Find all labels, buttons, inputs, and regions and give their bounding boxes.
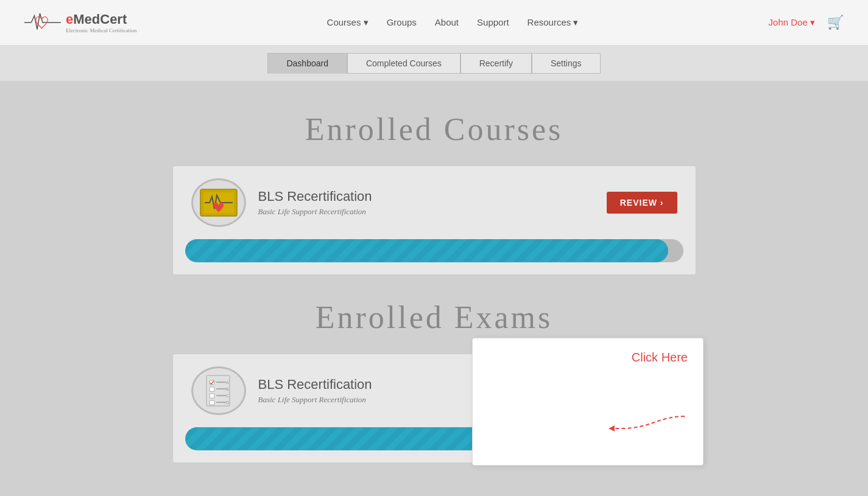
nav-item-support[interactable]: Support [477,17,509,28]
exam-thumbnail: A B C D [191,366,246,415]
exam-subtitle: Basic Life Support Recertification [258,395,372,405]
course-title: BLS Recertification [258,189,372,204]
cart-icon[interactable]: 🛒 [827,15,844,30]
course-progress-bar [185,239,683,262]
course-subtitle: Basic Life Support Recertification [258,207,372,217]
nav-link-about[interactable]: About [435,17,459,27]
dashed-arrow-icon [575,404,697,441]
tab-dashboard[interactable]: Dashboard [267,53,347,74]
nav-links: Courses ▾ Groups About Support Resources… [327,17,579,28]
nav-link-courses[interactable]: Courses ▾ [327,17,369,27]
nav-link-resources[interactable]: Resources ▾ [528,17,579,27]
nav-item-groups[interactable]: Groups [387,17,417,28]
tab-completed-courses[interactable]: Completed Courses [347,53,460,74]
logo-ecg-icon [24,10,61,35]
logo-area: eMedCert Electronic Medical Certificatio… [24,10,136,35]
course-card-bls: BLS Recertification Basic Life Support R… [172,166,696,275]
bls-icon [197,184,240,221]
progress-bar-fill [185,239,668,262]
main-content: Enrolled Courses BLS Recertification [0,81,868,496]
review-button[interactable]: REVIEW › [607,192,677,214]
enrolled-courses-title: Enrolled Courses [24,111,844,147]
exam-icon-area: A B C D BLS Recertification Basic [191,366,372,415]
logo-brand: eMedCert Electronic Medical Certificatio… [66,12,136,33]
svg-text:A: A [226,380,229,385]
course-thumbnail [191,178,246,227]
nav-link-groups[interactable]: Groups [387,17,417,27]
tab-recertify[interactable]: Recertify [460,53,532,74]
tooltip-popup: Click Here [472,338,704,466]
enrolled-exams-title: Enrolled Exams [24,299,844,335]
nav-item-resources[interactable]: Resources ▾ [528,17,579,28]
svg-rect-11 [210,394,214,398]
logo-tagline: Electronic Medical Certification [66,27,136,33]
svg-rect-8 [210,387,214,391]
navbar: eMedCert Electronic Medical Certificatio… [0,0,868,46]
exam-icon-svg: A B C D [202,372,235,409]
svg-text:B: B [226,387,229,391]
course-info: BLS Recertification Basic Life Support R… [258,189,372,217]
sub-nav: Dashboard Completed Courses Recertify Se… [0,46,868,81]
svg-text:C: C [226,394,229,398]
nav-link-support[interactable]: Support [477,17,509,27]
svg-marker-17 [609,425,615,431]
course-card-header: BLS Recertification Basic Life Support R… [173,166,696,239]
svg-text:D: D [226,400,229,405]
nav-item-courses[interactable]: Courses ▾ [327,17,369,28]
exam-title: BLS Recertification [258,377,372,393]
svg-rect-14 [210,400,214,405]
nav-item-about[interactable]: About [435,17,459,28]
user-name[interactable]: John Doe ▾ [769,17,815,28]
click-here-label: Click Here [632,351,688,365]
course-icon-area: BLS Recertification Basic Life Support R… [191,178,372,227]
tab-settings[interactable]: Settings [532,53,601,74]
exam-info: BLS Recertification Basic Life Support R… [258,377,372,405]
nav-right: John Doe ▾ 🛒 [769,15,844,30]
